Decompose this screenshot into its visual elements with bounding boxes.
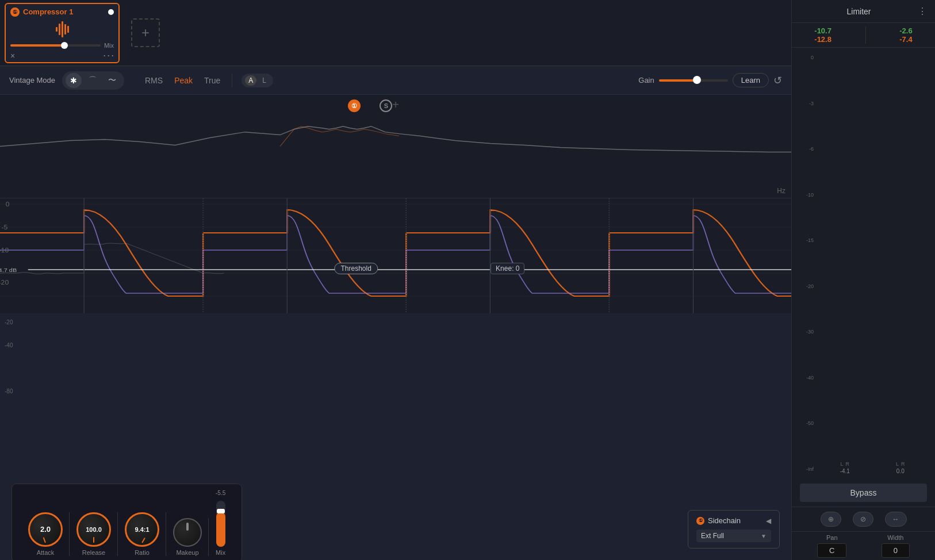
- mix-slider[interactable]: [216, 501, 225, 547]
- link-button[interactable]: ⊕: [821, 512, 841, 527]
- ratio-knob[interactable]: 9.4:1: [125, 512, 159, 547]
- separator: [232, 74, 232, 87]
- learn-button[interactable]: Learn: [733, 73, 769, 87]
- knee-badge[interactable]: Knee: 0: [491, 263, 524, 274]
- pan-value[interactable]: C: [817, 543, 846, 558]
- bypass-button[interactable]: Bypass: [800, 484, 927, 502]
- device-power-button[interactable]: ①: [10, 7, 20, 17]
- db-label-minus40: -40: [5, 342, 13, 348]
- limiter-header: Limiter ⋮: [792, 0, 935, 23]
- routing-buttons: ⊕ ⊘ ↔: [792, 507, 935, 531]
- detection-buttons: RMS Peak True: [143, 75, 223, 86]
- ratio-knob-item: 9.4:1 Ratio: [118, 512, 166, 556]
- pan-label: Pan: [826, 534, 838, 541]
- level-meters-area: 0 -3 -6 -10 -15 -20 -30 -40 -50 -Inf: [792, 48, 935, 479]
- waveform-area: + ① S Hz: [0, 95, 791, 560]
- sidechain-collapse-btn[interactable]: ◀: [766, 517, 771, 525]
- gain-section: Gain Learn ↺: [638, 73, 782, 87]
- sidechain-power-button[interactable]: ①: [696, 517, 704, 525]
- stereo-button[interactable]: ↔: [885, 512, 907, 527]
- right-meter-values: -2.6 -7.4: [899, 26, 912, 44]
- waveform-bar: [64, 24, 66, 34]
- device-close-icon[interactable]: ×: [10, 51, 15, 60]
- device-name-label: Compressor 1: [23, 7, 73, 16]
- meter-values: -10.7 -12.8 -2.6 -7.4: [792, 23, 935, 48]
- right-meter-bars: [874, 52, 928, 460]
- control-bar: Vintage Mode ✱ ⌒ 〜 RMS Peak True A L Gai…: [0, 66, 791, 95]
- width-value[interactable]: 0: [882, 543, 910, 558]
- mix-value-label: -5.5: [216, 490, 225, 496]
- waveform-bar: [59, 24, 60, 35]
- ab-b-btn[interactable]: L: [259, 75, 270, 86]
- sidechain-source-select[interactable]: Ext Full ▼: [696, 530, 771, 542]
- sidechain-header: ① Sidechain ◀: [696, 516, 771, 525]
- makeup-knob[interactable]: [173, 518, 202, 547]
- add-automation-btn[interactable]: +: [392, 98, 399, 112]
- attack-knob[interactable]: 2.0: [28, 512, 63, 547]
- device-mix-slider[interactable]: Mix: [10, 42, 114, 49]
- threshold-badge[interactable]: Threshold: [335, 263, 378, 274]
- left-meter-group: L R -4.1: [818, 52, 872, 474]
- limiter-menu-button[interactable]: ⋮: [918, 6, 927, 17]
- right-meter-orange-value: -7.4: [899, 35, 912, 44]
- mode-btn-asterisk[interactable]: ✱: [66, 73, 82, 88]
- left-meter-orange-value: -12.8: [814, 35, 831, 44]
- mode-btn-wave[interactable]: 〜: [104, 73, 121, 88]
- device-knob[interactable]: [108, 9, 114, 15]
- reset-button[interactable]: ↺: [773, 74, 782, 87]
- pan-control: Pan C: [817, 534, 846, 558]
- right-lr-labels: L R: [896, 461, 905, 467]
- left-lr-labels: L R: [840, 461, 849, 467]
- knob-group: 2.0 Attack 100.0 Release 9.4:1: [12, 484, 242, 561]
- waveform-bar: [62, 21, 63, 37]
- left-meter-bars: [818, 52, 872, 460]
- compression-display: 0 -5 -10 -14.7 dB -20 Threshold Knee: 0: [0, 198, 791, 313]
- left-meter-bottom-val: -4.1: [840, 468, 850, 474]
- det-true-btn[interactable]: True: [202, 75, 223, 86]
- det-peak-btn[interactable]: Peak: [172, 75, 195, 86]
- knob-section: 2.0 Attack 100.0 Release 9.4:1: [0, 485, 791, 560]
- ab-buttons: A L: [242, 74, 273, 87]
- width-control: Width 0: [882, 534, 910, 558]
- db-label-minus20: -20: [5, 319, 13, 325]
- svg-text:-20: -20: [0, 279, 9, 286]
- left-meter-green-value: -10.7: [814, 26, 831, 35]
- svg-text:-14.7 dB: -14.7 dB: [0, 267, 17, 273]
- device-waveform: [10, 21, 114, 37]
- makeup-knob-item: Makeup: [166, 518, 209, 556]
- device-drag-handle: • • •: [104, 53, 114, 58]
- gain-label: Gain: [638, 76, 654, 85]
- right-meter-group: L R 0.0: [874, 52, 928, 474]
- release-knob-item: 100.0 Release: [70, 512, 118, 556]
- sidechain-popup: ① Sidechain ◀ Ext Full ▼: [688, 510, 780, 549]
- limiter-title: Limiter: [800, 7, 918, 16]
- left-meter-values: -10.7 -12.8: [814, 26, 831, 44]
- waveform-bar: [67, 26, 69, 33]
- add-device-button[interactable]: +: [131, 18, 160, 47]
- device-strip: ① Compressor 1 Mix × •: [0, 0, 791, 66]
- width-label: Width: [887, 534, 903, 541]
- right-meter-green-value: -2.6: [899, 26, 912, 35]
- device-mix-label: Mix: [104, 42, 114, 49]
- sidechain-label: Sidechain: [708, 516, 741, 525]
- device-card-compressor: ① Compressor 1 Mix × •: [5, 3, 120, 63]
- right-panel: Limiter ⋮ -10.7 -12.8 -2.6 -7.4 0 -3 -6 …: [791, 0, 935, 560]
- attack-knob-item: 2.0 Attack: [21, 512, 70, 556]
- waveform-bar: [56, 27, 58, 32]
- ab-a-btn[interactable]: A: [245, 75, 256, 86]
- svg-text:-5: -5: [1, 224, 7, 231]
- gain-slider[interactable]: [659, 79, 728, 82]
- phase-button[interactable]: ⊘: [853, 512, 873, 527]
- mode-btn-curve[interactable]: ⌒: [84, 73, 101, 88]
- right-meter-bottom-val: 0.0: [896, 468, 905, 474]
- vintage-mode-label: Vintage Mode: [9, 76, 55, 85]
- db-label-minus80: -80: [5, 388, 13, 394]
- pan-width-section: Pan C Width 0: [792, 531, 935, 560]
- svg-text:0: 0: [6, 201, 10, 208]
- meter-scale: 0 -3 -6 -10 -15 -20 -30 -40 -50 -Inf: [800, 52, 816, 474]
- mode-buttons: ✱ ⌒ 〜: [62, 71, 124, 90]
- waveform-display: + ① S Hz: [0, 95, 791, 198]
- release-knob[interactable]: 100.0: [76, 512, 111, 547]
- det-rms-btn[interactable]: RMS: [143, 75, 165, 86]
- dropdown-arrow-icon: ▼: [761, 533, 767, 539]
